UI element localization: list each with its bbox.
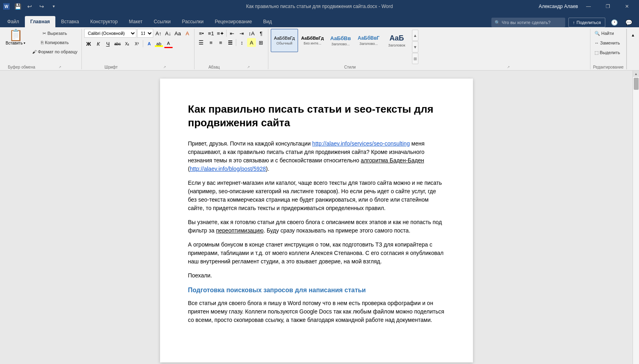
cut-button[interactable]: ✂ Вырезать: [30, 29, 79, 38]
style-heading2-preview: АаБбВвГ: [358, 35, 379, 41]
align-left-button[interactable]: ☰: [197, 38, 206, 47]
restore-button[interactable]: ❐: [599, 0, 617, 13]
clear-format-button[interactable]: A: [183, 29, 192, 38]
increase-indent-button[interactable]: ⇥: [237, 29, 246, 38]
search-box[interactable]: 🔍: [491, 18, 565, 27]
paragraph-expand-icon[interactable]: ↗: [231, 65, 266, 69]
style-heading1-label: Заголово...: [331, 42, 350, 46]
close-button[interactable]: ✕: [618, 0, 636, 13]
clipboard-group: 📋 Вставить▼ ✂ Вырезать ⎘ Копировать 🖌 Фо…: [0, 29, 82, 69]
clipboard-content: 📋 Вставить▼ ✂ Вырезать ⎘ Копировать 🖌 Фо…: [2, 29, 79, 64]
style-normal[interactable]: АаБбВвГд Обычный: [271, 29, 298, 52]
paragraph-label: Абзац ↗: [197, 64, 266, 69]
select-button[interactable]: ⬚ Выделить: [593, 48, 622, 57]
justify-button[interactable]: ☰: [226, 38, 235, 47]
link-overoptimization[interactable]: переоптимизацию: [216, 227, 264, 234]
replace-button[interactable]: ↔ Заменить: [593, 38, 621, 47]
tab-design[interactable]: Конструктор: [85, 16, 123, 27]
clipboard-label: Буфер обмена ↗: [2, 64, 79, 69]
word-icon: W: [3, 3, 10, 10]
style-heading2[interactable]: АаБбВвГ Заголово...: [355, 29, 382, 52]
tab-references[interactable]: Ссылки: [148, 16, 176, 27]
shading-button[interactable]: A: [247, 38, 256, 47]
history-button[interactable]: 🕐: [609, 18, 620, 27]
sort-button[interactable]: ↕A: [247, 29, 256, 38]
italic-button[interactable]: К: [94, 39, 103, 48]
strikethrough-button[interactable]: abc: [113, 39, 122, 48]
document-page[interactable]: Как правильно писать статьи и seo-тексты…: [160, 79, 473, 362]
styles-scroll-up[interactable]: ▲: [412, 30, 418, 41]
style-heading1[interactable]: АаБбВв Заголово...: [327, 29, 354, 52]
ribbon-tab-bar: Файл Главная Вставка Конструктор Макет С…: [0, 13, 639, 27]
undo-button[interactable]: ↩: [25, 2, 34, 11]
multilevel-list-button[interactable]: ≡✦: [216, 29, 225, 38]
align-right-button[interactable]: ≡: [216, 38, 225, 47]
copy-button[interactable]: ⎘ Копировать: [30, 38, 79, 47]
link-seo-consulting[interactable]: http://alaev.info/services/seo-consultin…: [312, 140, 410, 147]
highlight-button[interactable]: ab: [154, 39, 163, 48]
decrease-font-button[interactable]: A↓: [164, 29, 172, 38]
collapse-ribbon-button[interactable]: ▲: [629, 30, 637, 39]
style-heading1-preview: АаБбВв: [330, 35, 351, 41]
paragraph-3: Вы узнаете, как я готовлю статьи для сво…: [188, 218, 445, 235]
font-color-button[interactable]: A: [164, 39, 173, 48]
font-row-1: Calibri (Основной) 11 A↑ A↓ Aa A: [84, 29, 192, 38]
borders-button[interactable]: ⊞: [257, 38, 266, 47]
font-family-select[interactable]: Calibri (Основной): [84, 29, 136, 38]
format-painter-icon: 🖌: [32, 49, 37, 54]
paste-button[interactable]: 📋 Вставить▼: [2, 29, 29, 46]
share-icon: ↑: [573, 20, 575, 25]
styles-more[interactable]: ⊞: [412, 53, 418, 64]
save-button[interactable]: 💾: [13, 2, 22, 11]
change-case-button[interactable]: Aa: [173, 29, 182, 38]
paragraph-1: Привет, друзья. Почти на каждой консульт…: [188, 140, 445, 173]
find-button[interactable]: 🔍 Найти: [593, 29, 615, 38]
link-baden-baden[interactable]: алгоритма Баден-Баден: [361, 157, 424, 164]
scroll-track[interactable]: [633, 77, 639, 364]
share-button[interactable]: ↑ Поделиться: [568, 18, 605, 27]
paste-icon: 📋: [9, 30, 23, 41]
redo-button[interactable]: ↪: [37, 2, 47, 11]
subscript-button[interactable]: X₂: [123, 39, 132, 48]
style-no-spacing[interactable]: АаБбВвГд Без инте...: [299, 29, 326, 52]
paste-label: Вставить▼: [6, 41, 26, 45]
align-center-button[interactable]: ≡: [207, 38, 215, 47]
format-painter-button[interactable]: 🖌 Формат по образцу: [30, 47, 79, 56]
show-marks-button[interactable]: ¶: [257, 29, 266, 38]
scroll-thumb[interactable]: [634, 78, 639, 90]
minimize-button[interactable]: —: [580, 0, 597, 13]
line-spacing-button[interactable]: ↕: [237, 38, 246, 47]
increase-font-button[interactable]: A↑: [154, 29, 163, 38]
underline-button[interactable]: Ч: [103, 39, 112, 48]
para1-before: Привет, друзья. Почти на каждой консульт…: [188, 140, 312, 147]
style-no-spacing-preview: АаБбВвГд: [301, 36, 324, 40]
font-expand-icon[interactable]: ↗: [138, 65, 192, 69]
section-heading-1: Подготовка поисковых запросов для написа…: [188, 285, 445, 295]
para3-after: . Буду сразу показывать на примере этого…: [264, 227, 410, 234]
superscript-button[interactable]: X²: [132, 39, 141, 48]
styles-label: Стили ↗: [271, 64, 588, 69]
quick-access-dropdown[interactable]: ▼: [49, 2, 59, 11]
tab-mailings[interactable]: Рассылки: [176, 16, 209, 27]
text-effects-button[interactable]: A: [145, 39, 154, 48]
comments-button[interactable]: 💬: [623, 18, 634, 27]
tab-file[interactable]: Файл: [2, 16, 25, 27]
bullets-button[interactable]: ≡•: [197, 29, 206, 38]
clipboard-expand-icon[interactable]: ↗: [41, 65, 79, 69]
tab-insert[interactable]: Вставка: [55, 16, 85, 27]
tab-layout[interactable]: Макет: [123, 16, 148, 27]
styles-expand-icon[interactable]: ↗: [429, 65, 588, 69]
link-blog-post[interactable]: http://alaev.info/blog/post/5928: [190, 166, 266, 172]
bold-button[interactable]: Ж: [84, 39, 93, 48]
tab-view[interactable]: Вид: [258, 16, 278, 27]
styles-scroll-down[interactable]: ▼: [412, 41, 418, 53]
decrease-indent-button[interactable]: ⇤: [228, 29, 237, 38]
tab-home[interactable]: Главная: [25, 16, 56, 27]
style-heading3[interactable]: АаБ Заголовок: [383, 29, 410, 52]
search-input[interactable]: [502, 20, 562, 25]
copy-icon: ⎘: [41, 40, 44, 45]
numbering-button[interactable]: ≡1: [207, 29, 215, 38]
scroll-up-button[interactable]: ▲: [633, 71, 639, 77]
tab-review[interactable]: Рецензирование: [209, 16, 258, 27]
font-size-select[interactable]: 11: [137, 29, 153, 38]
